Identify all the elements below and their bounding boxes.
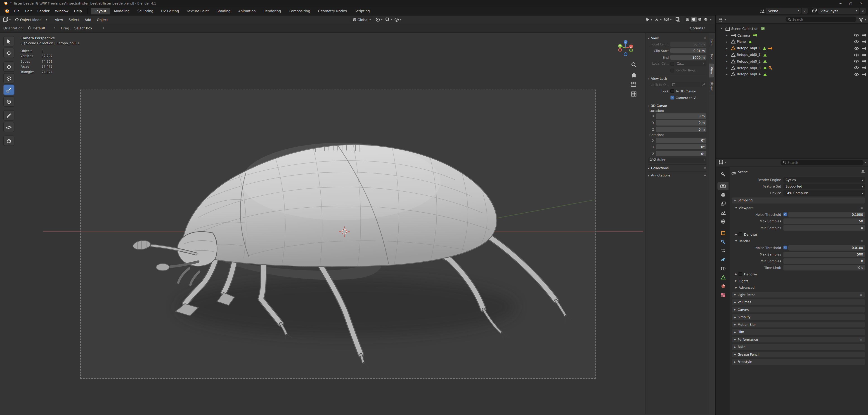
tab-modifiers[interactable] <box>717 238 728 246</box>
workspace-tab-scripting[interactable]: Scripting <box>351 7 374 14</box>
collapse-icon[interactable]: ▾ <box>648 37 649 39</box>
select-box-tool[interactable] <box>3 36 14 46</box>
expand-icon[interactable]: ▸ <box>648 174 649 177</box>
camera-view-icon[interactable] <box>630 82 637 87</box>
viewport-menu-object[interactable]: Object <box>94 16 111 23</box>
annotate-tool[interactable] <box>3 110 14 120</box>
panel-view-title[interactable]: View <box>651 37 659 40</box>
gizmo-toggle[interactable]: ▾ <box>654 17 661 22</box>
menu-help[interactable]: Help <box>71 8 85 14</box>
properties-editor-icon[interactable] <box>718 160 723 165</box>
rotation-order-selector[interactable]: XYZ Euler▾ <box>648 158 706 163</box>
move-tool[interactable] <box>3 62 14 72</box>
properties-search-input[interactable] <box>787 161 862 164</box>
snap-toggle[interactable]: ▾ <box>384 17 392 22</box>
preset-menu-icon[interactable]: ≡ <box>860 338 863 341</box>
subsection-lights[interactable]: ▶ Lights <box>735 278 865 283</box>
proportional-editing-toggle[interactable]: ▾ <box>394 17 401 22</box>
panel-menu-icon[interactable]: ≡ <box>704 37 706 40</box>
eyedropper-icon[interactable] <box>701 82 706 87</box>
viewport-min-samples-field[interactable]: 0 <box>783 225 865 230</box>
tab-tool[interactable] <box>717 170 728 179</box>
expand-icon[interactable]: ▸ <box>648 167 649 170</box>
shading-wireframe-button[interactable] <box>685 17 691 22</box>
outliner-row-retopo-obj0_1[interactable]: ▸ Retopo_obj0_1 <box>716 51 868 58</box>
panel-annotations-title[interactable]: Annotations <box>651 174 671 177</box>
viewport-menu-view[interactable]: View <box>52 16 66 23</box>
expand-icon[interactable]: ▸ <box>726 73 731 76</box>
viewport-max-samples-field[interactable]: 50 <box>783 218 865 223</box>
outliner-row-plane[interactable]: ▸ Plane <box>716 38 868 45</box>
section-bake[interactable]: ▶Bake <box>732 344 865 350</box>
view-layer-selector[interactable]: ViewLayer ▾ <box>818 8 859 14</box>
workspace-tab-animation[interactable]: Animation <box>235 7 260 14</box>
outliner-row-retopo-obj0_3[interactable]: ▸ Retopo_obj0_3 <box>716 65 868 71</box>
local-camera-checkbox[interactable] <box>671 62 674 66</box>
panel-menu-icon[interactable]: ≡ <box>704 174 706 177</box>
section-simplify[interactable]: ▶Simplify <box>732 314 865 320</box>
outliner-row-camera[interactable]: ▸ Camera <box>716 32 868 39</box>
tab-object-data[interactable] <box>717 273 728 282</box>
preset-menu-icon[interactable]: ≡ <box>860 239 865 243</box>
workspace-tab-modeling[interactable]: Modeling <box>110 7 133 14</box>
hide-eye-icon[interactable] <box>854 53 859 57</box>
clip-end-field[interactable]: 1000 m <box>671 55 706 60</box>
panel-collections-title[interactable]: Collections <box>651 167 669 170</box>
rotate-tool[interactable] <box>3 73 14 83</box>
collapse-icon[interactable]: ▾ <box>721 27 725 30</box>
minimize-button[interactable]: ─ <box>839 2 841 5</box>
collapse-icon[interactable]: ▾ <box>648 77 649 80</box>
menu-file[interactable]: File <box>11 8 22 14</box>
render-visibility-icon[interactable] <box>862 46 866 50</box>
selectability-filter[interactable]: ▾ <box>645 18 652 22</box>
to-3d-cursor-checkbox[interactable] <box>671 89 674 93</box>
menu-render[interactable]: Render <box>35 8 52 14</box>
blender-menu-icon[interactable] <box>4 8 9 13</box>
cursor-location-y[interactable]: 0 m <box>656 120 706 126</box>
viewport-noise-threshold-checkbox[interactable]: ✓ <box>783 213 787 216</box>
render-region-checkbox[interactable] <box>671 69 674 72</box>
render-visibility-icon[interactable] <box>862 66 866 70</box>
tab-physics[interactable] <box>717 255 728 264</box>
viewport-canvas[interactable]: Camera Perspective (1) Scene Collection … <box>0 33 715 415</box>
cursor-rotation-y[interactable]: 0° <box>656 144 706 149</box>
tab-output[interactable] <box>717 191 728 199</box>
shading-solid-button[interactable] <box>691 17 697 22</box>
tab-world[interactable] <box>717 217 728 226</box>
expand-icon[interactable]: ▸ <box>726 60 731 63</box>
panel-menu-icon[interactable]: ≡ <box>704 167 706 170</box>
subsection-advanced[interactable]: ▶ Advanced <box>735 285 865 290</box>
new-view-layer-button[interactable]: ✕ <box>860 8 866 14</box>
collapse-icon[interactable]: ▾ <box>648 104 649 107</box>
pan-hand-icon[interactable] <box>631 72 636 77</box>
xray-toggle[interactable] <box>674 16 681 23</box>
section-freestyle[interactable]: ▶Freestyle <box>732 359 865 365</box>
cursor-location-x[interactable]: 0 m <box>656 114 706 119</box>
outliner-row-retopo-obj0-1-active[interactable]: ▸ Retopo_obj0.1 <box>716 45 868 51</box>
workspace-tab-rendering[interactable]: Rendering <box>259 7 285 14</box>
maximize-button[interactable]: ▢ <box>849 2 852 5</box>
cursor-rotation-z[interactable]: 0° <box>656 151 706 156</box>
pin-icon[interactable] <box>861 170 865 174</box>
scale-tool[interactable] <box>3 85 14 95</box>
transform-tool[interactable] <box>3 96 14 107</box>
beetle-model[interactable] <box>81 90 595 378</box>
section-performance[interactable]: ▶Performance≡ <box>732 337 865 343</box>
tab-texture[interactable] <box>717 291 728 299</box>
subsection-render-denoise[interactable]: ▶ Denoise <box>735 271 865 277</box>
close-button[interactable]: ✕ <box>860 2 862 5</box>
section-grease-pencil[interactable]: ▶Grease Pencil <box>732 351 865 357</box>
cursor-location-z[interactable]: 0 m <box>656 127 706 132</box>
menu-window[interactable]: Window <box>52 8 71 14</box>
measure-tool[interactable] <box>3 122 14 132</box>
add-cube-tool[interactable] <box>3 136 14 146</box>
viewport-denoise-checkbox[interactable] <box>739 233 742 236</box>
sidebar-tab-view[interactable]: View <box>709 64 714 77</box>
cursor-tool[interactable] <box>3 48 14 58</box>
expand-icon[interactable]: ▸ <box>726 34 731 37</box>
workspace-tab-shading[interactable]: Shading <box>213 7 235 14</box>
hide-eye-icon[interactable] <box>854 72 859 76</box>
render-visibility-icon[interactable] <box>862 53 866 57</box>
render-noise-threshold-field[interactable]: 0.0100 <box>788 245 865 250</box>
workspace-tab-uv-editing[interactable]: UV Editing <box>157 7 183 14</box>
